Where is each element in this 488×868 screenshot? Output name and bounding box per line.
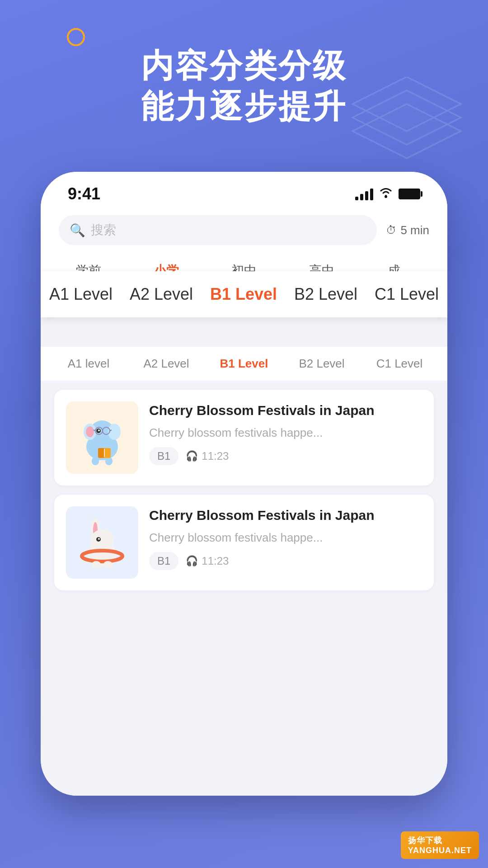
- level-tab-c1-large[interactable]: C1 Level: [375, 285, 439, 304]
- rabbit-illustration: [73, 513, 131, 572]
- card-meta-2: B1 🎧 11:23: [149, 552, 422, 570]
- level-tabs-overlay: A1 Level A2 Level B1 Level B2 Level C1 L…: [41, 271, 447, 317]
- card-meta-1: B1 🎧 11:23: [149, 447, 422, 465]
- phone-inner: 9:41: [41, 172, 447, 796]
- svg-rect-17: [98, 448, 104, 458]
- svg-point-29: [98, 538, 100, 540]
- phone-mockup: 9:41: [41, 172, 447, 796]
- level-tab-a1-inner[interactable]: A1 level: [50, 353, 127, 374]
- level-tab-b2-large[interactable]: B2 Level: [294, 285, 357, 304]
- hero-text: 内容分类分级 能力逐步提升: [0, 45, 488, 127]
- headphone-icon-2: 🎧: [186, 555, 198, 567]
- card-thumbnail-2: [66, 506, 138, 579]
- card-thumbnail-1: [66, 401, 138, 474]
- search-bar-row: 🔍 搜索 ⏱ 5 min: [41, 208, 447, 252]
- status-bar: 9:41: [41, 172, 447, 208]
- time-filter-label: 5 min: [400, 223, 429, 237]
- level-tab-b1-inner[interactable]: B1 Level: [205, 353, 283, 374]
- content-card-2[interactable]: Cherry Blossom Festivals in Japan Cherry…: [54, 495, 434, 590]
- level-tabs-inner: A1 level A2 Level B1 Level B2 Level C1 L…: [41, 347, 447, 381]
- svg-rect-14: [92, 457, 99, 465]
- card-desc-2: Cherry blossom festivals happe...: [149, 529, 422, 546]
- card-title-1: Cherry Blossom Festivals in Japan: [149, 401, 422, 420]
- clock-icon: ⏱: [386, 224, 397, 236]
- wifi-icon: [379, 187, 393, 202]
- status-icons: [355, 187, 420, 202]
- battery-icon: [399, 189, 420, 199]
- svg-point-32: [103, 561, 113, 568]
- level-tab-b2-inner[interactable]: B2 Level: [283, 353, 361, 374]
- audio-meta-2: 🎧 11:23: [186, 555, 229, 567]
- search-placeholder: 搜索: [91, 222, 116, 239]
- svg-rect-15: [105, 457, 113, 465]
- signal-icon: [355, 188, 373, 200]
- orange-circle-decoration: [67, 28, 85, 46]
- audio-duration-2: 11:23: [202, 555, 229, 567]
- level-tab-b1-large[interactable]: B1 Level: [210, 285, 277, 304]
- audio-meta-1: 🎧 11:23: [186, 450, 229, 462]
- level-tab-c1-inner[interactable]: C1 Level: [361, 353, 438, 374]
- time-filter[interactable]: ⏱ 5 min: [386, 223, 429, 237]
- watermark-line1: 扬华下载: [408, 835, 472, 846]
- search-input-wrap[interactable]: 🔍 搜索: [59, 215, 377, 245]
- card-content-2: Cherry Blossom Festivals in Japan Cherry…: [149, 506, 422, 570]
- content-list: Cherry Blossom Festivals in Japan Cherry…: [41, 381, 447, 599]
- elephant-illustration: [73, 408, 131, 467]
- search-icon: 🔍: [70, 223, 85, 238]
- svg-point-31: [92, 561, 101, 568]
- level-badge-2: B1: [149, 552, 178, 570]
- svg-point-13: [98, 429, 100, 431]
- watermark-line2: YANGHUA.NET: [408, 846, 472, 855]
- svg-point-6: [385, 195, 387, 198]
- svg-point-11: [86, 426, 94, 437]
- hero-line2: 能力逐步提升: [0, 86, 488, 127]
- watermark: 扬华下载 YANGHUA.NET: [401, 831, 479, 859]
- audio-duration-1: 11:23: [202, 450, 229, 462]
- level-tab-a1-large[interactable]: A1 Level: [49, 285, 113, 304]
- card-title-2: Cherry Blossom Festivals in Japan: [149, 506, 422, 525]
- level-badge-1: B1: [149, 447, 178, 465]
- status-time: 9:41: [68, 184, 100, 203]
- level-tab-a2-large[interactable]: A2 Level: [130, 285, 193, 304]
- content-card-1[interactable]: Cherry Blossom Festivals in Japan Cherry…: [54, 390, 434, 486]
- card-desc-1: Cherry blossom festivals happe...: [149, 425, 422, 441]
- headphone-icon-1: 🎧: [186, 450, 198, 462]
- hero-line1: 内容分类分级: [0, 45, 488, 86]
- level-tab-a2-inner[interactable]: A2 Level: [127, 353, 205, 374]
- card-content-1: Cherry Blossom Festivals in Japan Cherry…: [149, 401, 422, 465]
